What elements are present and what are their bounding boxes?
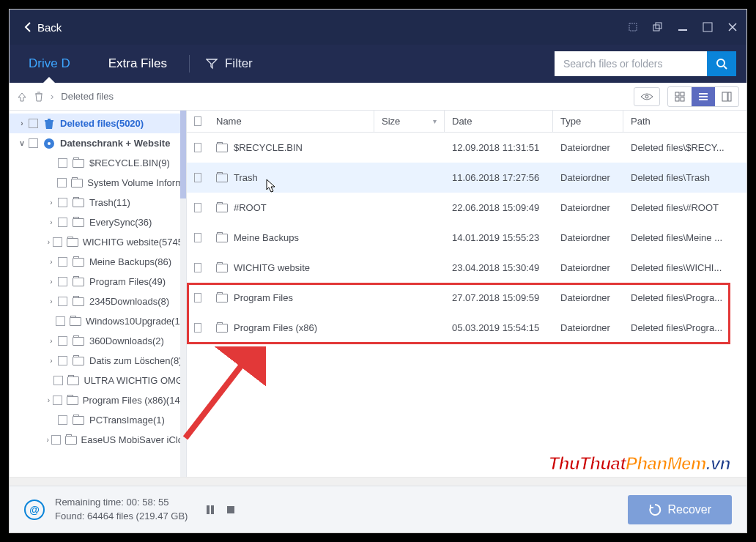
- row-checkbox[interactable]: [194, 233, 201, 242]
- tree-item[interactable]: vDatenschrank + Website: [10, 133, 186, 153]
- tree-checkbox[interactable]: [58, 218, 67, 227]
- column-date[interactable]: Date: [445, 111, 553, 132]
- pause-icon[interactable]: [205, 505, 215, 515]
- tab-drive-d[interactable]: Drive D: [10, 45, 89, 83]
- tree-checkbox[interactable]: [29, 138, 38, 148]
- tree-checkbox[interactable]: [56, 316, 65, 326]
- row-checkbox[interactable]: [194, 263, 201, 272]
- tree-item[interactable]: ›EaseUS MobiSaver iClo: [10, 430, 186, 450]
- table-row[interactable]: Meine Backups14.01.2019 15:55:23Dateiord…: [187, 223, 746, 253]
- row-checkbox[interactable]: [194, 323, 201, 333]
- tree-item[interactable]: ›Program Files(49): [10, 272, 186, 292]
- table-row[interactable]: $RECYCLE.BIN12.09.2018 11:31:51Dateiordn…: [187, 133, 746, 163]
- filter-button[interactable]: Filter: [193, 56, 266, 71]
- file-path: Deleted files\WICHI...: [623, 262, 746, 273]
- tree-item[interactable]: ULTRA WICHTIG OMG: [10, 371, 186, 390]
- folder-icon: [72, 337, 85, 346]
- tree-checkbox[interactable]: [53, 396, 62, 405]
- file-type: Dateiordner: [553, 322, 623, 333]
- tree-item[interactable]: ›Trash(11): [10, 193, 186, 212]
- maximize-icon[interactable]: [703, 22, 713, 32]
- svg-point-7: [645, 95, 648, 98]
- recover-button[interactable]: Recover: [628, 495, 732, 524]
- select-all-checkbox[interactable]: [194, 116, 201, 126]
- file-date: 22.06.2018 15:09:49: [445, 202, 553, 213]
- tree-item[interactable]: ›Deleted files(5020): [10, 114, 186, 133]
- tree-checkbox[interactable]: [58, 257, 67, 267]
- restore-icon[interactable]: [653, 22, 663, 32]
- tree-label: WICHITG website(5745: [83, 237, 183, 248]
- view-list-button[interactable]: [692, 87, 715, 106]
- close-icon[interactable]: [727, 22, 738, 32]
- svg-rect-4: [703, 23, 712, 31]
- tree-item[interactable]: ›360Downloads(2): [10, 331, 186, 351]
- table-row[interactable]: Program Files (x86)05.03.2019 15:54:15Da…: [187, 313, 746, 343]
- search-input[interactable]: [555, 51, 707, 76]
- tree-item[interactable]: System Volume Inform: [10, 173, 186, 193]
- svg-point-19: [48, 142, 51, 145]
- row-checkbox[interactable]: [194, 173, 201, 182]
- column-type[interactable]: Type: [553, 111, 623, 132]
- tree-item[interactable]: ›2345Downloads(8): [10, 292, 186, 311]
- horizontal-scrollbar[interactable]: [10, 477, 746, 486]
- table-row[interactable]: WICHITG website23.04.2018 15:30:49Dateio…: [187, 253, 746, 283]
- tree-checkbox[interactable]: [58, 158, 67, 168]
- folder-icon: [72, 357, 85, 365]
- stop-icon[interactable]: [226, 505, 236, 515]
- column-size[interactable]: Size▾: [374, 111, 445, 132]
- row-checkbox[interactable]: [194, 293, 201, 302]
- tree-checkbox[interactable]: [58, 356, 67, 365]
- table-row[interactable]: Trash11.06.2018 17:27:56DateiordnerDelet…: [187, 163, 746, 193]
- preview-toggle[interactable]: [634, 87, 660, 106]
- search-button[interactable]: [707, 51, 736, 76]
- column-path[interactable]: Path: [623, 111, 746, 132]
- tab-extra-files[interactable]: Extra Files: [89, 45, 186, 83]
- file-path: Deleted files\Meine ...: [623, 232, 746, 243]
- tree-item[interactable]: ›EverySync(36): [10, 212, 186, 232]
- column-name[interactable]: Name: [209, 111, 374, 132]
- tree-item[interactable]: $RECYCLE.BIN(9): [10, 153, 186, 173]
- table-row[interactable]: #ROOT22.06.2018 15:09:49DateiordnerDelet…: [187, 193, 746, 223]
- tree-label: EverySync(36): [89, 217, 152, 228]
- chevron-left-icon: [24, 22, 32, 32]
- tree-checkbox[interactable]: [29, 119, 38, 128]
- tree-checkbox[interactable]: [57, 178, 67, 188]
- minimize-icon[interactable]: [678, 22, 688, 32]
- up-arrow-icon[interactable]: [17, 92, 27, 102]
- tree-item[interactable]: ›Meine Backups(86): [10, 252, 186, 272]
- scan-status-icon: @: [24, 500, 45, 520]
- tree-item[interactable]: ›Datis zum Löschen(8): [10, 351, 186, 371]
- file-type: Dateiordner: [553, 262, 623, 273]
- svg-rect-22: [227, 506, 234, 513]
- tree-item[interactable]: Windows10Upgrade(1): [10, 311, 186, 331]
- tree-item[interactable]: PCTransImage(1): [10, 410, 186, 430]
- folder-icon: [216, 264, 228, 272]
- table-row[interactable]: Program Files27.07.2018 15:09:59Dateiord…: [187, 283, 746, 313]
- trash-icon[interactable]: [34, 92, 43, 102]
- file-path: Deleted files\#ROOT: [623, 202, 746, 213]
- view-grid-button[interactable]: [668, 87, 692, 106]
- tree-checkbox[interactable]: [58, 415, 67, 425]
- row-checkbox[interactable]: [194, 143, 201, 152]
- tree-item[interactable]: ›Program Files (x86)(14): [10, 390, 186, 410]
- breadcrumb-location[interactable]: Deleted files: [61, 91, 114, 102]
- folder-icon: [216, 204, 228, 212]
- tree-checkbox[interactable]: [58, 277, 67, 286]
- scrollbar-thumb[interactable]: [180, 111, 186, 198]
- tree-label: Windows10Upgrade(1): [86, 316, 183, 327]
- tree-checkbox[interactable]: [58, 198, 67, 207]
- tree-checkbox[interactable]: [53, 237, 62, 247]
- row-checkbox[interactable]: [194, 203, 201, 212]
- folder-icon: [216, 144, 228, 152]
- view-detail-button[interactable]: [715, 87, 738, 106]
- folder-icon: [67, 238, 78, 247]
- tree-item[interactable]: ›WICHITG website(5745: [10, 232, 186, 252]
- back-button[interactable]: Back: [18, 18, 67, 37]
- tree-checkbox[interactable]: [58, 336, 67, 346]
- app-icon[interactable]: [628, 22, 638, 32]
- tree-checkbox[interactable]: [53, 376, 63, 385]
- folder-icon: [67, 396, 78, 405]
- tree-checkbox[interactable]: [58, 297, 67, 306]
- tree-label: EaseUS MobiSaver iClo: [81, 434, 183, 445]
- tree-checkbox[interactable]: [51, 435, 61, 445]
